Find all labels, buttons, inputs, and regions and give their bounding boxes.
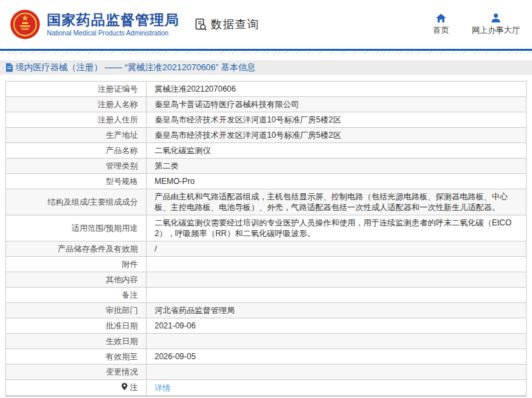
document-icon [5,63,13,72]
document-search-icon [194,18,207,31]
row-label: 其他内容 [6,272,147,288]
row-value: 河北省药品监督管理局 [147,303,527,318]
row-value: 冀械注准20212070606 [147,82,527,97]
nav-item-label: 网上办事大厅 [472,25,520,36]
row-label: 生效日期 [6,334,147,349]
table-row: 适用范围/预期用途二氧化碳监测仪需要经过培训的专业医护人员操作和使用，用于连续监… [6,215,527,241]
row-value: / [147,241,527,257]
row-value [147,334,527,349]
data-query-section[interactable]: 数据查询 [194,17,259,32]
nmpa-brand[interactable]: 国家药品监督管理局 National Medical Products Admi… [9,9,179,40]
person-icon [491,13,501,23]
row-label: 结构及组成/主要组成成分 [6,189,147,215]
table-row: 管理类别第二类 [6,159,527,174]
row-value: 秦皇岛卡普诺迈特医疗器械科技有限公司 [147,97,527,112]
nav-item-service-hall[interactable]: 网上办事大厅 [472,13,520,36]
row-label: 注 [6,380,147,397]
row-value: 秦皇岛市经济技术开发区洋河道10号标准厂房5楼2区 [147,112,527,128]
row-value: 详情 [147,380,527,397]
table-row: 有效期至2026-09-05 [6,349,527,365]
table-row: 结构及组成/主要组成成分产品由主机和气路适配器组成，主机包括显示屏、控制电路（包… [6,189,527,215]
row-label: 附件 [6,257,147,272]
row-label: 注册证编号 [6,82,147,97]
table-row: 生产地址秦皇岛市经济技术开发区洋河道10号标准厂房5楼2区 [6,128,527,143]
row-label: 管理类别 [6,159,147,174]
table-row: 批准日期2021-09-06 [6,318,527,334]
row-value: 2026-09-05 [147,349,527,365]
table-row: 产品名称二氧化碳监测仪 [6,143,527,159]
row-label: 审批部门 [6,303,147,318]
table-row: 附件 [6,257,527,272]
page-header: 国家药品监督管理局 National Medical Products Admi… [0,0,532,49]
table-row: 注册人名称秦皇岛卡普诺迈特医疗器械科技有限公司 [6,97,527,112]
registration-info-table: 注册证编号冀械注准20212070606注册人名称秦皇岛卡普诺迈特医疗器械科技有… [5,81,527,397]
row-label: 产品名称 [6,143,147,159]
home-icon [436,13,446,23]
row-value: 产品由主机和气路适配器组成，主机包括显示屏、控制电路（包括光源电路板、探测器电路… [147,189,527,215]
table-row: 备注 [6,288,527,303]
row-value: MEMO-Pro [147,174,527,189]
brand-text: 国家药品监督管理局 National Medical Products Admi… [47,12,179,37]
row-value: 二氧化碳监测仪 [147,143,527,159]
header-nav: 首页 网上办事大厅 [433,13,520,36]
row-value [147,272,527,288]
detail-link[interactable]: 详情 [155,383,171,393]
row-label: 注册人住所 [6,112,147,128]
row-label: 有效期至 [6,349,147,365]
table-row: 变更情况 [6,365,527,380]
table-row: 审批部门河北省药品监督管理局 [6,303,527,318]
note-pin-icon [121,383,128,393]
row-value [147,288,527,303]
table-row: 产品储存条件及有效期/ [6,241,527,257]
row-value [147,365,527,380]
row-value: 秦皇岛市经济技术开发区洋河道10号标准厂房5楼2区 [147,128,527,143]
table-row: 注详情 [6,380,527,397]
row-label: 注册人名称 [6,97,147,112]
page-title: 境内医疗器械（注册） —— “冀械注准20212070606” 基本信息 [15,62,256,74]
table-row: 其他内容 [6,272,527,288]
row-label: 型号规格 [6,174,147,189]
row-value: 二氧化碳监测仪需要经过培训的专业医护人员操作和使用，用于连续监测患者的呼末二氧化… [147,215,527,241]
row-label: 备注 [6,288,147,303]
org-name-en: National Medical Products Administration [47,29,179,37]
header-divider-hatch [0,51,532,54]
table-row: 生效日期 [6,334,527,349]
info-table-body: 注册证编号冀械注准20212070606注册人名称秦皇岛卡普诺迈特医疗器械科技有… [6,82,527,397]
breadcrumb: 境内医疗器械（注册） —— “冀械注准20212070606” 基本信息 [0,60,532,75]
nav-item-label: 首页 [433,25,449,36]
row-label: 批准日期 [6,318,147,334]
national-emblem-icon [9,9,41,40]
row-label: 变更情况 [6,365,147,380]
row-value: 2021-09-06 [147,318,527,334]
row-value: 第二类 [147,159,527,174]
row-value [147,257,527,272]
data-query-label: 数据查询 [211,17,259,32]
org-name-cn: 国家药品监督管理局 [47,12,179,28]
row-label: 生产地址 [6,128,147,143]
table-row: 型号规格MEMO-Pro [6,174,527,189]
row-label: 产品储存条件及有效期 [6,241,147,257]
table-row: 注册人住所秦皇岛市经济技术开发区洋河道10号标准厂房5楼2区 [6,112,527,128]
table-row: 注册证编号冀械注准20212070606 [6,82,527,97]
row-label: 适用范围/预期用途 [6,215,147,241]
nav-item-home[interactable]: 首页 [433,13,449,36]
